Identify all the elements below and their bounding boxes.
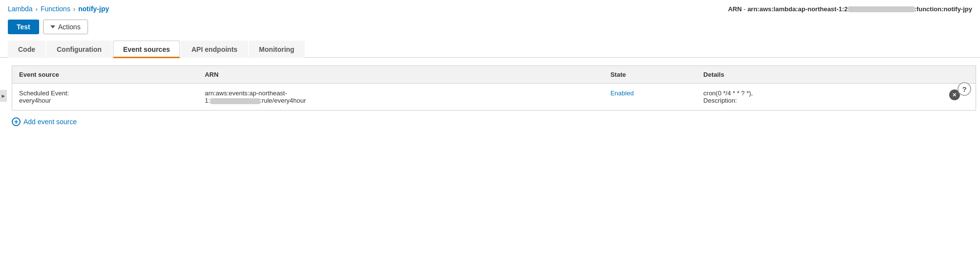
add-icon: + [12, 117, 21, 126]
details-line1: cron(0 */4 * * ? *), [703, 89, 753, 97]
tab-event-sources[interactable]: Event sources [113, 41, 180, 58]
arn-label: ARN [728, 5, 742, 13]
breadcrumb: Lambda › Functions › notify-jpy ARN - ar… [0, 0, 980, 16]
event-sources-table: Event source ARN State Details Scheduled… [12, 66, 976, 111]
arn-cell: arn:aws:events:ap-northeast- 1:█████████… [198, 84, 604, 111]
add-event-source-label: Add event source [23, 118, 77, 126]
breadcrumb-current: notify-jpy [78, 5, 109, 13]
event-source-line1: Scheduled Event: [19, 89, 69, 97]
lambda-link[interactable]: Lambda [8, 5, 33, 13]
col-header-arn: ARN [198, 66, 604, 84]
arn-value: arn:aws:lambda:ap-northeast-1:2█████████… [747, 5, 972, 13]
col-header-state: State [603, 66, 696, 84]
breadcrumb-sep-2: › [73, 5, 75, 13]
state-value: Enabled [610, 89, 634, 97]
event-source-line2: every4hour [19, 97, 51, 104]
event-source-cell: Scheduled Event: every4hour [12, 84, 198, 111]
breadcrumb-sep-1: › [36, 5, 38, 13]
tabs-bar: Code Configuration Event sources API end… [0, 40, 980, 58]
toolbar: Test Actions [0, 16, 980, 38]
chevron-down-icon [50, 25, 55, 28]
arn-line1: arn:aws:events:ap-northeast- [205, 89, 287, 97]
state-cell: Enabled [603, 84, 696, 111]
main-content: ► Event source ARN State Details [0, 58, 980, 134]
col-header-details: Details [696, 66, 933, 84]
add-event-source-link[interactable]: + Add event source [12, 117, 972, 126]
tab-api-endpoints[interactable]: API endpoints [181, 41, 247, 58]
tab-configuration[interactable]: Configuration [46, 41, 112, 58]
arn-display: ARN - arn:aws:lambda:ap-northeast-1:2███… [728, 5, 972, 13]
help-icon[interactable]: ? [958, 82, 971, 96]
details-cell: cron(0 */4 * * ? *), Description: [696, 84, 933, 111]
table-row: Scheduled Event: every4hour arn:aws:even… [12, 84, 976, 111]
actions-label: Actions [58, 23, 81, 31]
col-header-event-source: Event source [12, 66, 198, 84]
tab-code[interactable]: Code [8, 41, 45, 58]
collapse-arrow[interactable]: ► [0, 90, 7, 102]
actions-button[interactable]: Actions [43, 20, 88, 34]
details-line2: Description: [703, 97, 737, 104]
col-header-action [933, 66, 976, 84]
functions-link[interactable]: Functions [41, 5, 70, 13]
arn-line2: 1:████████████:rule/every4hour [205, 97, 306, 104]
tab-monitoring[interactable]: Monitoring [249, 41, 305, 58]
test-button[interactable]: Test [8, 20, 39, 34]
